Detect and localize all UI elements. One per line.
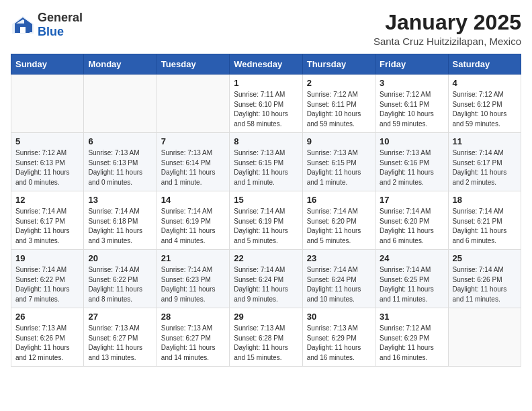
weekday-header-row: SundayMondayTuesdayWednesdayThursdayFrid… — [11, 54, 521, 75]
day-info: Sunrise: 7:13 AM Sunset: 6:27 PM Dayligh… — [161, 324, 225, 363]
day-info: Sunrise: 7:13 AM Sunset: 6:29 PM Dayligh… — [307, 324, 371, 363]
day-number: 25 — [453, 253, 517, 263]
day-number: 14 — [161, 195, 225, 205]
calendar-cell: 12 Sunrise: 7:14 AM Sunset: 6:17 PM Dayl… — [11, 191, 84, 250]
calendar-cell: 29 Sunrise: 7:13 AM Sunset: 6:28 PM Dayl… — [230, 308, 302, 367]
logo: General Blue — [11, 11, 83, 39]
day-info: Sunrise: 7:14 AM Sunset: 6:24 PM Dayligh… — [234, 265, 298, 304]
calendar-cell: 9 Sunrise: 7:13 AM Sunset: 6:15 PM Dayli… — [302, 133, 375, 191]
day-info: Sunrise: 7:14 AM Sunset: 6:23 PM Dayligh… — [161, 265, 225, 304]
calendar-cell: 26 Sunrise: 7:13 AM Sunset: 6:26 PM Dayl… — [11, 308, 84, 367]
day-info: Sunrise: 7:12 AM Sunset: 6:12 PM Dayligh… — [453, 90, 517, 129]
calendar-cell: 22 Sunrise: 7:14 AM Sunset: 6:24 PM Dayl… — [230, 250, 302, 308]
day-number: 21 — [161, 253, 225, 263]
title-block: January 2025 Santa Cruz Huitzizilapan, M… — [373, 11, 521, 47]
day-info: Sunrise: 7:14 AM Sunset: 6:19 PM Dayligh… — [161, 207, 225, 246]
day-info: Sunrise: 7:14 AM Sunset: 6:17 PM Dayligh… — [15, 207, 79, 246]
calendar-cell: 23 Sunrise: 7:14 AM Sunset: 6:24 PM Dayl… — [302, 250, 375, 308]
calendar-cell: 30 Sunrise: 7:13 AM Sunset: 6:29 PM Dayl… — [302, 308, 375, 367]
day-number: 12 — [15, 195, 79, 205]
week-row-4: 19 Sunrise: 7:14 AM Sunset: 6:22 PM Dayl… — [11, 250, 521, 308]
day-number: 31 — [380, 312, 443, 322]
day-info: Sunrise: 7:12 AM Sunset: 6:13 PM Dayligh… — [15, 148, 79, 187]
weekday-header-monday: Monday — [84, 54, 157, 75]
day-info: Sunrise: 7:12 AM Sunset: 6:11 PM Dayligh… — [380, 90, 443, 129]
calendar-cell: 10 Sunrise: 7:13 AM Sunset: 6:16 PM Dayl… — [375, 133, 448, 191]
day-info: Sunrise: 7:13 AM Sunset: 6:15 PM Dayligh… — [234, 148, 298, 187]
day-number: 8 — [234, 136, 298, 146]
calendar-cell: 31 Sunrise: 7:12 AM Sunset: 6:29 PM Dayl… — [375, 308, 448, 367]
day-number: 4 — [453, 78, 517, 88]
day-info: Sunrise: 7:14 AM Sunset: 6:22 PM Dayligh… — [88, 265, 152, 304]
day-number: 29 — [234, 312, 298, 322]
day-number: 18 — [453, 195, 517, 205]
day-info: Sunrise: 7:11 AM Sunset: 6:10 PM Dayligh… — [234, 90, 298, 129]
week-row-2: 5 Sunrise: 7:12 AM Sunset: 6:13 PM Dayli… — [11, 133, 521, 191]
calendar-cell: 18 Sunrise: 7:14 AM Sunset: 6:21 PM Dayl… — [448, 191, 521, 250]
day-number: 2 — [307, 78, 371, 88]
day-number: 20 — [88, 253, 152, 263]
day-number: 28 — [161, 312, 225, 322]
logo-text: General Blue — [38, 11, 83, 39]
logo-general: General — [38, 11, 83, 24]
day-info: Sunrise: 7:13 AM Sunset: 6:15 PM Dayligh… — [307, 148, 371, 187]
week-row-5: 26 Sunrise: 7:13 AM Sunset: 6:26 PM Dayl… — [11, 308, 521, 367]
calendar-cell: 24 Sunrise: 7:14 AM Sunset: 6:25 PM Dayl… — [375, 250, 448, 308]
day-info: Sunrise: 7:14 AM Sunset: 6:20 PM Dayligh… — [380, 207, 443, 246]
day-info: Sunrise: 7:12 AM Sunset: 6:11 PM Dayligh… — [307, 90, 371, 129]
day-number: 16 — [307, 195, 371, 205]
calendar-cell: 25 Sunrise: 7:14 AM Sunset: 6:26 PM Dayl… — [448, 250, 521, 308]
weekday-header-friday: Friday — [375, 54, 448, 75]
day-number: 1 — [234, 78, 298, 88]
location-subtitle: Santa Cruz Huitzizilapan, Mexico — [373, 36, 521, 47]
calendar-cell — [157, 75, 229, 133]
weekday-header-sunday: Sunday — [11, 54, 84, 75]
day-info: Sunrise: 7:14 AM Sunset: 6:25 PM Dayligh… — [380, 265, 443, 304]
week-row-3: 12 Sunrise: 7:14 AM Sunset: 6:17 PM Dayl… — [11, 191, 521, 250]
day-number: 15 — [234, 195, 298, 205]
day-info: Sunrise: 7:13 AM Sunset: 6:16 PM Dayligh… — [380, 148, 443, 187]
day-info: Sunrise: 7:14 AM Sunset: 6:19 PM Dayligh… — [234, 207, 298, 246]
svg-rect-5 — [20, 27, 26, 33]
calendar-cell: 14 Sunrise: 7:14 AM Sunset: 6:19 PM Dayl… — [157, 191, 229, 250]
day-info: Sunrise: 7:12 AM Sunset: 6:29 PM Dayligh… — [380, 324, 443, 363]
calendar-cell: 15 Sunrise: 7:14 AM Sunset: 6:19 PM Dayl… — [230, 191, 302, 250]
calendar-cell: 3 Sunrise: 7:12 AM Sunset: 6:11 PM Dayli… — [375, 75, 448, 133]
calendar-cell: 19 Sunrise: 7:14 AM Sunset: 6:22 PM Dayl… — [11, 250, 84, 308]
day-info: Sunrise: 7:14 AM Sunset: 6:17 PM Dayligh… — [453, 148, 517, 187]
calendar-cell: 27 Sunrise: 7:13 AM Sunset: 6:27 PM Dayl… — [84, 308, 157, 367]
calendar-cell: 7 Sunrise: 7:13 AM Sunset: 6:14 PM Dayli… — [157, 133, 229, 191]
day-number: 27 — [88, 312, 152, 322]
day-number: 26 — [15, 312, 79, 322]
day-number: 30 — [307, 312, 371, 322]
day-info: Sunrise: 7:13 AM Sunset: 6:27 PM Dayligh… — [88, 324, 152, 363]
day-info: Sunrise: 7:14 AM Sunset: 6:22 PM Dayligh… — [15, 265, 79, 304]
month-title: January 2025 — [373, 11, 521, 34]
calendar-cell: 28 Sunrise: 7:13 AM Sunset: 6:27 PM Dayl… — [157, 308, 229, 367]
day-info: Sunrise: 7:13 AM Sunset: 6:28 PM Dayligh… — [234, 324, 298, 363]
day-info: Sunrise: 7:14 AM Sunset: 6:26 PM Dayligh… — [453, 265, 517, 304]
day-number: 3 — [380, 78, 443, 88]
weekday-header-wednesday: Wednesday — [230, 54, 302, 75]
day-info: Sunrise: 7:14 AM Sunset: 6:20 PM Dayligh… — [307, 207, 371, 246]
calendar-cell — [11, 75, 84, 133]
day-info: Sunrise: 7:14 AM Sunset: 6:24 PM Dayligh… — [307, 265, 371, 304]
day-info: Sunrise: 7:13 AM Sunset: 6:14 PM Dayligh… — [161, 148, 225, 187]
day-number: 13 — [88, 195, 152, 205]
calendar-table: SundayMondayTuesdayWednesdayThursdayFrid… — [11, 54, 521, 367]
day-number: 7 — [161, 136, 225, 146]
day-info: Sunrise: 7:14 AM Sunset: 6:18 PM Dayligh… — [88, 207, 152, 246]
calendar-cell: 17 Sunrise: 7:14 AM Sunset: 6:20 PM Dayl… — [375, 191, 448, 250]
day-number: 17 — [380, 195, 443, 205]
day-number: 23 — [307, 253, 371, 263]
day-number: 24 — [380, 253, 443, 263]
day-number: 10 — [380, 136, 443, 146]
day-info: Sunrise: 7:13 AM Sunset: 6:13 PM Dayligh… — [88, 148, 152, 187]
day-number: 9 — [307, 136, 371, 146]
calendar-cell: 4 Sunrise: 7:12 AM Sunset: 6:12 PM Dayli… — [448, 75, 521, 133]
logo-blue: Blue — [38, 25, 64, 38]
page-header: General Blue January 2025 Santa Cruz Hui… — [11, 11, 521, 47]
calendar-cell: 8 Sunrise: 7:13 AM Sunset: 6:15 PM Dayli… — [230, 133, 302, 191]
calendar-cell: 16 Sunrise: 7:14 AM Sunset: 6:20 PM Dayl… — [302, 191, 375, 250]
calendar-cell: 11 Sunrise: 7:14 AM Sunset: 6:17 PM Dayl… — [448, 133, 521, 191]
